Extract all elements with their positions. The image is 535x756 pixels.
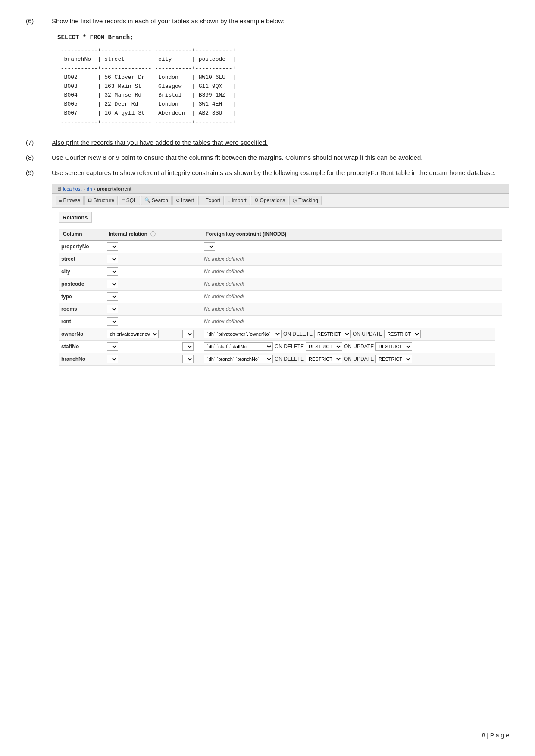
section-8: (8) Use Courier New 8 or 9 point to ensu… [26,154,509,161]
on-delete-select-staffno[interactable]: RESTRICT [306,342,342,351]
fk-noindex-rent: No index defined! [201,315,502,328]
internal-dropdown-postcode[interactable] [107,280,118,288]
internal-dropdown-branchno[interactable] [107,355,118,363]
th-fk: Foreign key constraint (INNODB) [201,229,502,240]
internal-select-type[interactable] [104,290,180,303]
internal-dropdown2-staffno[interactable] [182,342,194,351]
insert-icon: ⊕ [176,197,180,203]
fk-select-propertyno[interactable] [201,240,495,253]
col-city: city [59,265,104,278]
toolbar-btn-import[interactable]: ↓ Import [225,196,250,205]
fk-noindex-city: No index defined! [201,265,502,278]
breadcrumb-db[interactable]: dh [87,186,92,191]
section-text-6: Show the first five records in each of y… [52,17,509,25]
internal-dropdown-type[interactable] [107,292,118,301]
toolbar-label-import: Import [232,197,247,203]
internal-dropdown-staffno[interactable] [107,342,118,351]
toolbar-btn-structure[interactable]: ⊞ Structure [84,196,118,205]
internal-dropdown-ownerno[interactable]: dh.privateowner.ownerNo [107,330,159,338]
internal-select-staffno[interactable] [104,340,180,353]
toolbar-label-structure: Structure [93,197,114,203]
toolbar-btn-insert[interactable]: ⊕ Insert [172,196,197,205]
breadcrumb-icon: 🖥 [56,186,61,191]
pma-toolbar: ≡ Browse ⊞ Structure □ SQL 🔍 Search ⊕ [52,194,509,208]
section-text-9: Use screen captures to show referential … [52,169,496,176]
internal-select-propertyno[interactable] [104,240,180,253]
section-content-8: Use Courier New 8 or 9 point to ensure t… [52,154,509,161]
on-update-select-branchno[interactable]: RESTRICT [375,355,412,363]
table-row: postcode No index defined! [59,278,502,290]
toolbar-btn-search[interactable]: 🔍 Search [141,196,172,205]
toolbar-btn-tracking[interactable]: ◎ Tracking [289,196,322,205]
sql-icon: □ [122,198,125,203]
breadcrumb-server[interactable]: localhost [63,186,81,191]
on-update-label-branchno: ON UPDATE [344,356,374,362]
fk-dropdown-branchno[interactable]: `dh`.`branch`.`branchNo` [204,355,273,363]
col-type: type [59,290,104,303]
toolbar-btn-browse[interactable]: ≡ Browse [56,196,84,205]
internal-select-branchno[interactable] [104,353,180,365]
pma-breadcrumb: 🖥 localhost › dh › propertyforrent [52,184,509,194]
operations-icon: ⚙ [254,197,259,203]
on-delete-label-ownerno: ON DELETE [283,331,313,337]
page-number: 8 | P a g e [482,732,509,739]
code-line-9: +-----------+---------------+-----------… [57,118,504,127]
internal-select-postcode[interactable] [104,278,180,290]
on-update-select-ownerno[interactable]: RESTRICT [384,330,421,338]
internal-dropdown-rooms[interactable] [107,305,118,313]
internal-select-city[interactable] [104,265,180,278]
section-content-6: Show the first five records in each of y… [52,17,509,131]
section-text-8: Use Courier New 8 or 9 point to ensure t… [52,154,422,161]
th-column: Column [59,229,104,240]
toolbar-btn-sql[interactable]: □ SQL [119,196,140,205]
fk-cell-branchno: `dh`.`branch`.`branchNo` ON DELETE RESTR… [201,353,495,365]
section-num-8: (8) [26,154,52,161]
on-update-label-staffno: ON UPDATE [344,344,374,350]
section-num-7: (7) [26,139,52,146]
section-9: (9) Use screen captures to show referent… [26,169,509,370]
col-propertyno: propertyNo [59,240,104,253]
phpmyadmin-panel: 🖥 localhost › dh › propertyforrent ≡ Bro… [52,184,509,370]
section-num-6: (6) [26,17,52,131]
internal-select-street[interactable] [104,253,180,265]
import-icon: ↓ [228,198,231,203]
section-text-7: Also print the records that you have add… [52,139,268,146]
fk-dropdown-staffno[interactable]: `dh`.`staff`.`staffNo` [204,342,273,351]
relations-table: Column Internal relation ⓘ Foreign key c… [59,229,502,366]
fk-constraint-ownerno: `dh`.`privateowner`.`ownerNo` ON DELETE … [204,330,493,338]
internal-dropdown2-branchno[interactable] [182,355,194,363]
toolbar-label-insert: Insert [181,197,194,203]
col-branchno: branchNo [59,353,104,365]
internal-select-rooms[interactable] [104,303,180,315]
section-content-7: Also print the records that you have add… [52,139,509,146]
internal-dropdown-propertyno[interactable] [107,242,118,251]
toolbar-label-search: Search [152,197,168,203]
code-block: SELECT * FROM Branch; +-----------+-----… [52,29,509,131]
fk-noindex-type: No index defined! [201,290,502,303]
on-delete-select-ownerno[interactable]: RESTRICT [314,330,351,338]
internal-dropdown-city[interactable] [107,267,118,276]
internal-dropdown-rent[interactable] [107,317,118,326]
fk-noindex-postcode: No index defined! [201,278,502,290]
fk-dropdown-propertyno[interactable] [204,242,215,251]
internal-dropdown-street[interactable] [107,255,118,263]
toolbar-label-sql: SQL [126,197,137,203]
code-line-5: | B003 | 163 Main St | Glasgow | G11 9QX… [57,82,504,91]
on-delete-select-branchno[interactable]: RESTRICT [306,355,342,363]
toolbar-btn-export[interactable]: ↑ Export [198,196,224,205]
col-rent: rent [59,315,104,328]
code-line-4: | B002 | 56 Clover Dr | London | NW10 6E… [57,73,504,82]
fk-cell-staffno: `dh`.`staff`.`staffNo` ON DELETE RESTRIC… [201,340,495,353]
on-update-select-staffno[interactable]: RESTRICT [375,342,412,351]
export-icon: ↑ [202,198,204,203]
fk-dropdown-ownerno[interactable]: `dh`.`privateowner`.`ownerNo` [204,330,282,338]
internal-select-rent[interactable] [104,315,180,328]
toolbar-label-browse: Browse [63,197,80,203]
table-row: branchNo `dh`.`branch`.`branchNo` [59,353,502,365]
toolbar-btn-operations[interactable]: ⚙ Operations [251,196,289,205]
section-7: (7) Also print the records that you have… [26,139,509,146]
table-row: staffNo `dh`.`staff`.`staffNo` [59,340,502,353]
internal-dropdown2-ownerno[interactable] [182,330,194,338]
on-delete-label-branchno: ON DELETE [275,356,304,362]
internal-select-ownerno[interactable]: dh.privateowner.ownerNo [104,328,180,340]
